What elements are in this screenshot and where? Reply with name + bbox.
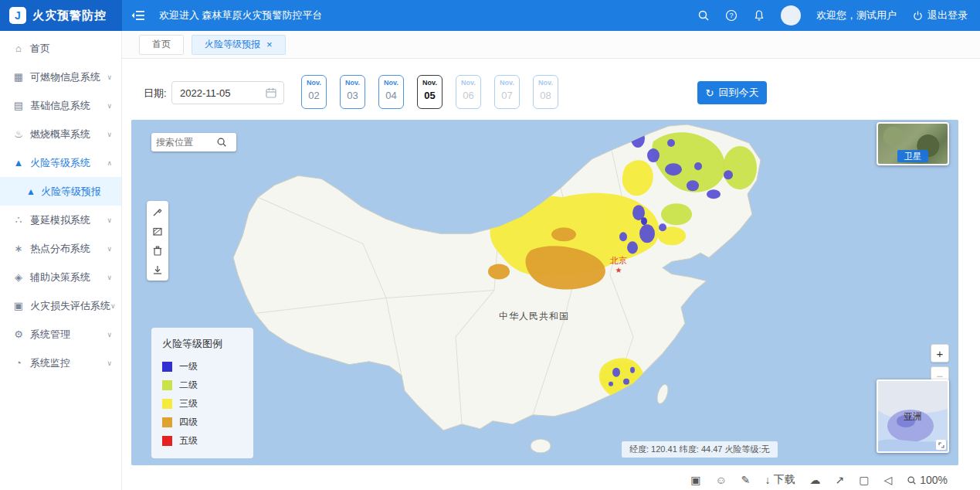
day-month: Nov. bbox=[418, 79, 442, 87]
day-number: 05 bbox=[418, 90, 442, 101]
sidebar-item-home[interactable]: ⌂ 首页 bbox=[0, 34, 121, 63]
sidebar-item-label: 基础信息系统 bbox=[30, 99, 90, 113]
fire-level-icon: ▲ bbox=[12, 157, 25, 168]
sidebar-item-fire-risk-level[interactable]: ▲ 火险等级系统 ∧ bbox=[0, 148, 121, 177]
sidebar-subitem-fire-risk-forecast[interactable]: ▲ 火险等级预报 bbox=[0, 177, 121, 206]
minimap-expand-icon[interactable] bbox=[936, 440, 946, 450]
day-number: 08 bbox=[534, 90, 558, 101]
chevron-down-icon: ∨ bbox=[107, 331, 112, 339]
legend-label: 四级 bbox=[179, 416, 198, 429]
user-greeting: 欢迎您，测试用户 bbox=[816, 9, 897, 22]
day-button-nov06[interactable]: Nov. 06 bbox=[456, 75, 481, 109]
flame-icon: ♨ bbox=[12, 128, 25, 140]
cloud-icon[interactable]: ☁ bbox=[809, 474, 820, 486]
chevron-down-icon: ∨ bbox=[107, 274, 112, 281]
logout-button[interactable]: 退出登录 bbox=[912, 9, 968, 22]
calendar-icon[interactable] bbox=[266, 87, 276, 101]
app-logo: J 火灾预警防控 bbox=[0, 0, 122, 31]
tab-home[interactable]: 首页 bbox=[139, 35, 184, 55]
close-icon[interactable]: × bbox=[266, 39, 273, 49]
sidebar-nav: ⌂ 首页 ▦ 可燃物信息系统 ∨ ▤ 基础信息系统 ∨ ♨ 燃烧概率系统 ∨ ▲… bbox=[0, 31, 122, 490]
back-to-today-button[interactable]: ↻ 回到今天 bbox=[697, 81, 767, 104]
bottom-status-bar: ▣ ☺ ✎ ↓ 下载 ☁ ↗ ▢ ◁ 100% bbox=[0, 470, 980, 490]
feedback-icon[interactable]: ☺ bbox=[715, 474, 726, 486]
tab-bar: 首页 火险等级预报 × bbox=[122, 31, 980, 59]
measure-distance-icon[interactable] bbox=[150, 205, 165, 219]
day-month: Nov. bbox=[379, 79, 403, 87]
date-quick-buttons: Nov. 02 Nov. 03 Nov. 04 Nov. 05 Nov. 06 … bbox=[301, 75, 558, 109]
overview-minimap[interactable]: 亚洲 bbox=[877, 379, 949, 453]
zoom-in-button[interactable]: + bbox=[931, 344, 949, 362]
sidebar-item-system-monitor[interactable]: ◔ 系统监控 ∨ bbox=[0, 349, 121, 377]
satellite-layer-label: 卫星 bbox=[897, 150, 928, 162]
sidebar-item-spread-simulation[interactable]: ∴ 蔓延模拟系统 ∨ bbox=[0, 206, 121, 234]
sidebar-item-label: 可燃物信息系统 bbox=[30, 70, 100, 84]
document-icon: ▤ bbox=[12, 100, 25, 111]
day-button-nov03[interactable]: Nov. 03 bbox=[340, 75, 365, 109]
legend-swatch-level5 bbox=[162, 436, 172, 446]
day-button-nov07[interactable]: Nov. 07 bbox=[494, 75, 520, 109]
speaker-icon[interactable]: ◁ bbox=[883, 474, 892, 486]
legend-item: 三级 bbox=[162, 397, 242, 410]
cursor-coordinates-readout: 经度: 120.41 纬度: 44.47 火险等级:无 bbox=[622, 441, 778, 458]
refresh-icon: ↻ bbox=[706, 87, 714, 99]
beijing-label: 北京 bbox=[610, 256, 627, 265]
satellite-layer-switcher[interactable]: 卫星 bbox=[877, 122, 949, 165]
day-button-nov04[interactable]: Nov. 04 bbox=[378, 75, 404, 109]
gear-icon: ⚙ bbox=[12, 328, 25, 340]
minimap-region-label: 亚洲 bbox=[878, 410, 948, 424]
top-header: J 火灾预警防控 欢迎进入 森林草原火灾预警防控平台 ? 欢迎您，测试用户 退出… bbox=[0, 0, 980, 31]
map-search-input[interactable] bbox=[156, 137, 213, 148]
fire-forecast-icon: ▲ bbox=[26, 186, 36, 197]
day-number: 07 bbox=[495, 90, 519, 101]
back-to-today-label: 回到今天 bbox=[718, 86, 758, 100]
map-search-icon[interactable] bbox=[216, 137, 227, 148]
chevron-down-icon: ∨ bbox=[107, 73, 112, 81]
beijing-marker: 北京 ★ bbox=[604, 257, 633, 274]
share-icon[interactable]: ↗ bbox=[835, 474, 844, 486]
search-icon[interactable] bbox=[697, 9, 710, 22]
download-button[interactable]: ↓ 下载 bbox=[765, 473, 795, 487]
day-month: Nov. bbox=[302, 79, 326, 87]
clipboard-icon[interactable]: ▢ bbox=[859, 474, 869, 486]
map-canvas[interactable] bbox=[131, 120, 958, 465]
day-button-nov05-selected[interactable]: Nov. 05 bbox=[417, 75, 443, 109]
sidebar-item-label: 系统管理 bbox=[30, 328, 70, 342]
sidebar-item-combustibles[interactable]: ▦ 可燃物信息系统 ∨ bbox=[0, 63, 121, 91]
sidebar-item-loss-assessment[interactable]: ▣ 火灾损失评估系统 ∨ bbox=[0, 291, 121, 320]
monitor-icon: ◔ bbox=[12, 357, 25, 369]
chevron-down-icon: ∨ bbox=[107, 216, 112, 224]
sidebar-item-system-management[interactable]: ⚙ 系统管理 ∨ bbox=[0, 320, 121, 349]
logo-icon: J bbox=[9, 7, 26, 24]
day-month: Nov. bbox=[341, 79, 365, 87]
sidebar-item-label: 首页 bbox=[30, 42, 50, 56]
notification-bell-icon[interactable] bbox=[753, 9, 765, 22]
hainan-island bbox=[531, 439, 551, 453]
sidebar-item-basic-info[interactable]: ▤ 基础信息系统 ∨ bbox=[0, 91, 121, 120]
annotate-icon[interactable]: ✎ bbox=[741, 474, 751, 486]
legend-swatch-level3 bbox=[162, 399, 172, 409]
user-avatar[interactable] bbox=[781, 5, 801, 26]
measure-area-icon[interactable] bbox=[150, 224, 165, 238]
sidebar-item-hotspot-distribution[interactable]: ∗ 热点分布系统 ∨ bbox=[0, 234, 121, 263]
chevron-up-icon: ∧ bbox=[107, 159, 112, 167]
page-zoom-control[interactable]: 100% bbox=[907, 474, 948, 486]
trash-icon[interactable] bbox=[150, 243, 165, 257]
export-download-icon[interactable] bbox=[150, 263, 165, 277]
gallery-icon[interactable]: ▣ bbox=[690, 474, 700, 486]
help-icon[interactable]: ? bbox=[725, 9, 738, 22]
day-button-nov02[interactable]: Nov. 02 bbox=[301, 75, 327, 109]
logout-label: 退出登录 bbox=[927, 9, 968, 22]
svg-text:?: ? bbox=[729, 12, 733, 19]
sidebar-item-burn-probability[interactable]: ♨ 燃烧概率系统 ∨ bbox=[0, 120, 121, 148]
tab-fire-risk-forecast[interactable]: 火险等级预报 × bbox=[192, 35, 286, 55]
capital-star-icon: ★ bbox=[604, 266, 633, 274]
day-number: 03 bbox=[341, 90, 365, 101]
grid-icon: ▦ bbox=[12, 71, 25, 83]
sidebar-item-label: 蔓延模拟系统 bbox=[30, 213, 90, 227]
day-month: Nov. bbox=[534, 79, 558, 87]
sidebar-item-label: 辅助决策系统 bbox=[30, 271, 90, 284]
sidebar-item-decision-support[interactable]: ◈ 辅助决策系统 ∨ bbox=[0, 263, 121, 291]
day-button-nov08[interactable]: Nov. 08 bbox=[533, 75, 558, 109]
sidebar-collapse-icon[interactable] bbox=[131, 10, 145, 24]
